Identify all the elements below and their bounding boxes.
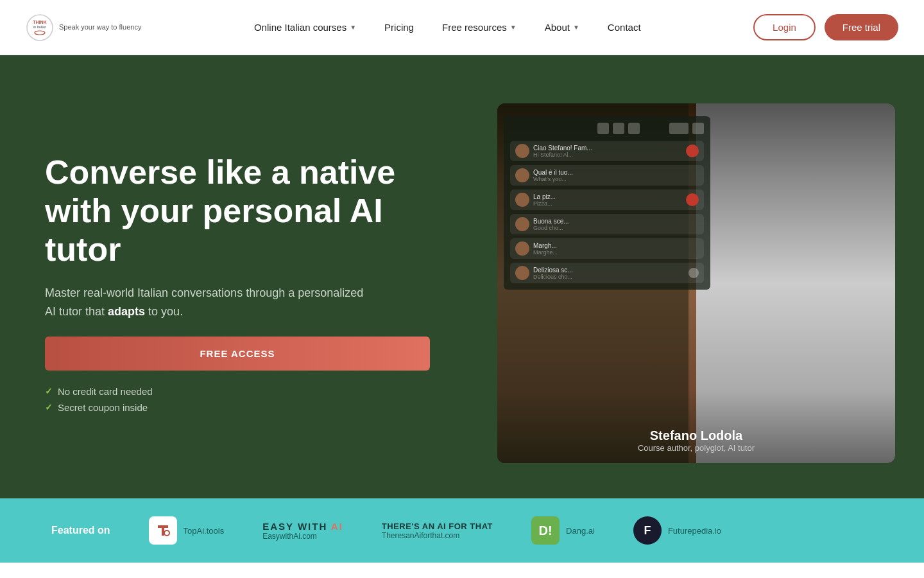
- chevron-down-icon: ▼: [510, 24, 517, 31]
- topai-label: TopAi.tools: [184, 526, 225, 536]
- ai-tutor-visual: Ciao Stefano! Fam... Hi Stefano! Al... Q…: [497, 103, 895, 463]
- svg-text:in Italian: in Italian: [33, 25, 47, 29]
- svg-text:THINK: THINK: [33, 20, 46, 24]
- chat-bubble-6: Deliziosa sc... Delicious cho...: [510, 263, 704, 283]
- hero-image-area: Ciao Stefano! Fam... Hi Stefano! Al... Q…: [468, 55, 924, 498]
- easywith-label: EasywithAi.com: [262, 532, 317, 541]
- logo[interactable]: THINK in Italian Speak your way to fluen…: [26, 13, 141, 42]
- main-nav: Online Italian courses ▼ Pricing Free re…: [240, 0, 655, 55]
- logo-topai[interactable]: TopAi.tools: [149, 516, 225, 545]
- chat-bubble-3: La piz... Pizza...: [510, 189, 704, 210]
- futurepedia-icon: F: [633, 516, 662, 545]
- checkmark-icon: ✓: [45, 386, 53, 396]
- face-robot: [696, 103, 895, 463]
- free-trial-button[interactable]: Free trial: [825, 14, 898, 40]
- hero-content: Converse like a native with your persona…: [0, 55, 468, 498]
- chat-bubble-1: Ciao Stefano! Fam... Hi Stefano! Al...: [510, 141, 704, 161]
- chat-bubble-5: Margh... Marghe...: [510, 238, 704, 259]
- free-access-button[interactable]: FREE ACCESS: [45, 337, 430, 371]
- chat-bubble-2: Qual è il tuo... What's you...: [510, 165, 704, 186]
- featured-logos: TopAi.tools EASY WITH AI EasywithAi.com …: [149, 516, 873, 545]
- logo-dang[interactable]: D! Dang.ai: [531, 516, 595, 545]
- nav-item-contact[interactable]: Contact: [594, 0, 655, 55]
- chevron-down-icon: ▼: [350, 24, 356, 31]
- hero-subtitle: Master real-world Italian conversations …: [45, 284, 366, 321]
- chat-bubble-4: Buona sce... Good cho...: [510, 214, 704, 234]
- hero-title: Converse like a native with your persona…: [45, 153, 430, 268]
- nav-item-about[interactable]: About ▼: [531, 0, 594, 55]
- check-item-1: ✓ No credit card needed: [45, 386, 430, 397]
- login-button[interactable]: Login: [753, 14, 816, 40]
- dang-label: Dang.ai: [566, 526, 595, 536]
- chevron-down-icon: ▼: [573, 24, 579, 31]
- logo-futurepedia[interactable]: F Futurepedia.io: [633, 516, 721, 545]
- logo-icon: THINK in Italian: [26, 13, 54, 42]
- logo-easywith[interactable]: EASY WITH AI EasywithAi.com: [262, 521, 343, 541]
- hero-caption: Stefano Lodola Course author, polyglot, …: [497, 428, 895, 453]
- check-item-2: ✓ Secret coupon inside: [45, 402, 430, 413]
- featured-label: Featured on: [51, 525, 110, 536]
- split-face: Ciao Stefano! Fam... Hi Stefano! Al... Q…: [497, 103, 895, 463]
- featured-bar: Featured on TopAi.tools EASY WITH AI Eas…: [0, 498, 924, 563]
- futurepedia-label: Futurepedia.io: [668, 526, 721, 536]
- nav-item-resources[interactable]: Free resources ▼: [428, 0, 531, 55]
- easywith-wordmark: EASY WITH AI: [262, 521, 343, 532]
- hero-section: Converse like a native with your persona…: [0, 55, 924, 498]
- svg-point-3: [35, 31, 45, 35]
- header-actions: Login Free trial: [753, 14, 898, 40]
- chat-panel: Ciao Stefano! Fam... Hi Stefano! Al... Q…: [504, 116, 710, 290]
- topai-icon: [149, 516, 177, 545]
- checkmark-icon: ✓: [45, 402, 53, 412]
- hero-image: Ciao Stefano! Fam... Hi Stefano! Al... Q…: [497, 103, 895, 463]
- hero-checks: ✓ No credit card needed ✓ Secret coupon …: [45, 386, 430, 413]
- theresanai-label: TheresanAiforthat.com: [382, 531, 459, 540]
- dang-icon: D!: [531, 516, 560, 545]
- nav-item-pricing[interactable]: Pricing: [370, 0, 428, 55]
- header: THINK in Italian Speak your way to fluen…: [0, 0, 924, 55]
- nav-item-courses[interactable]: Online Italian courses ▼: [240, 0, 370, 55]
- logo-theresanai[interactable]: THERE'S AN AI FOR THAT TheresanAiforthat…: [382, 521, 493, 540]
- logo-tagline: Speak your way to fluency: [59, 22, 141, 31]
- theresanai-wordmark: THERE'S AN AI FOR THAT: [382, 521, 493, 531]
